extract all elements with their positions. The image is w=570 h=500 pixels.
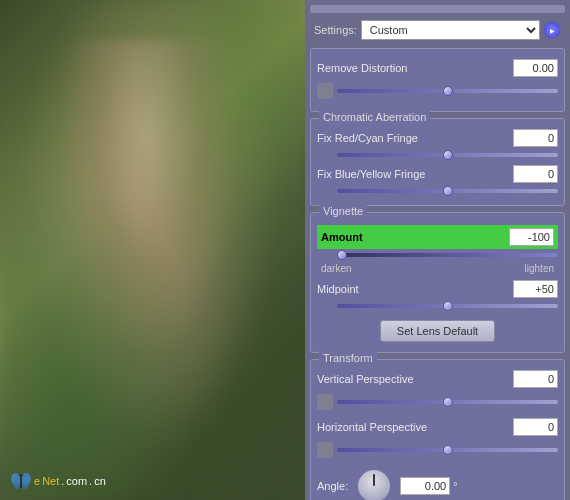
vignette-amount-track[interactable] <box>337 253 558 257</box>
angle-input[interactable] <box>400 477 450 495</box>
angle-row: Angle: ° <box>317 462 558 500</box>
fix-blue-yellow-value: 0 <box>513 165 558 183</box>
vignette-amount-thumb[interactable] <box>337 250 347 260</box>
angle-dial[interactable] <box>356 468 392 500</box>
degree-symbol: ° <box>453 480 457 492</box>
svg-point-3 <box>22 481 28 489</box>
watermark-cn: cn <box>94 475 106 487</box>
remove-distortion-row: Remove Distortion 0.00 <box>317 55 558 77</box>
remove-distortion-slider-row <box>317 81 558 103</box>
angle-dial-needle <box>373 474 375 486</box>
settings-panel: Settings: Custom Default Preset 1 Preset… <box>305 0 570 500</box>
vertical-perspective-slider-row <box>317 392 558 414</box>
settings-label: Settings: <box>314 24 357 36</box>
vignette-midpoint-track[interactable] <box>337 304 558 308</box>
lighten-label: lighten <box>525 263 554 274</box>
photo-panel: e Net . com . cn <box>0 0 305 500</box>
fix-red-cyan-thumb[interactable] <box>443 150 453 160</box>
fix-red-cyan-label: Fix Red/Cyan Fringe <box>317 132 513 144</box>
watermark-dot2: . <box>89 475 92 487</box>
horizontal-perspective-track[interactable] <box>337 448 558 452</box>
fix-red-cyan-track[interactable] <box>337 153 558 157</box>
top-bar <box>310 5 565 13</box>
vertical-perspective-value: 0 <box>513 370 558 388</box>
vignette-section: Vignette Amount -100 darken lighten Midp… <box>310 212 565 353</box>
remove-distortion-track[interactable] <box>337 89 558 93</box>
horizontal-perspective-thumb[interactable] <box>443 445 453 455</box>
chromatic-aberration-section: Chromatic Aberration Fix Red/Cyan Fringe… <box>310 118 565 206</box>
fix-blue-yellow-thumb[interactable] <box>443 186 453 196</box>
fix-red-cyan-value: 0 <box>513 129 558 147</box>
settings-row: Settings: Custom Default Preset 1 Preset… <box>310 18 565 42</box>
angle-value-box: ° <box>400 477 558 495</box>
remove-distortion-value: 0.00 <box>513 59 558 77</box>
darken-label: darken <box>321 263 352 274</box>
horizontal-perspective-slider-row <box>317 440 558 462</box>
fix-red-cyan-slider-row <box>317 151 558 161</box>
remove-distortion-icon <box>317 83 333 99</box>
photo-overlay <box>0 0 305 500</box>
vignette-midpoint-thumb[interactable] <box>443 301 453 311</box>
horizontal-perspective-value: 0 <box>513 418 558 436</box>
horizontal-perspective-icon <box>317 442 333 458</box>
watermark-e: e <box>34 475 40 487</box>
vignette-midpoint-value: +50 <box>513 280 558 298</box>
vertical-perspective-row: Vertical Perspective 0 <box>317 366 558 388</box>
horizontal-perspective-row: Horizontal Perspective 0 <box>317 414 558 436</box>
svg-point-2 <box>14 481 20 489</box>
remove-distortion-section: Remove Distortion 0.00 <box>310 48 565 112</box>
vignette-midpoint-label: Midpoint <box>317 283 513 295</box>
vertical-perspective-icon <box>317 394 333 410</box>
set-lens-default-button[interactable]: Set Lens Default <box>380 320 495 342</box>
vignette-amount-value: -100 <box>509 228 554 246</box>
vertical-perspective-track[interactable] <box>337 400 558 404</box>
vignette-midpoint-slider-row <box>317 302 558 312</box>
remove-distortion-thumb[interactable] <box>443 86 453 96</box>
transform-section: Transform Vertical Perspective 0 Horizon… <box>310 359 565 500</box>
fix-blue-yellow-label: Fix Blue/Yellow Fringe <box>317 168 513 180</box>
vignette-amount-slider-row <box>317 251 558 261</box>
horizontal-perspective-label: Horizontal Perspective <box>317 421 513 433</box>
settings-go-button[interactable] <box>543 21 561 39</box>
chromatic-aberration-title: Chromatic Aberration <box>319 111 430 123</box>
remove-distortion-label: Remove Distortion <box>317 62 513 74</box>
transform-title: Transform <box>319 352 377 364</box>
vignette-midpoint-row: Midpoint +50 <box>317 276 558 298</box>
vertical-perspective-label: Vertical Perspective <box>317 373 513 385</box>
watermark-com: com <box>66 475 87 487</box>
settings-select[interactable]: Custom Default Preset 1 Preset 2 <box>361 20 540 40</box>
watermark: e Net . com . cn <box>10 472 106 490</box>
watermark-net: Net <box>42 475 59 487</box>
vignette-amount-label: Amount <box>321 231 509 243</box>
vignette-amount-row[interactable]: Amount -100 <box>317 225 558 249</box>
darken-lighten-row: darken lighten <box>317 261 558 276</box>
angle-label: Angle: <box>317 480 348 492</box>
fix-blue-yellow-track[interactable] <box>337 189 558 193</box>
watermark-dot1: . <box>61 475 64 487</box>
fix-blue-yellow-row: Fix Blue/Yellow Fringe 0 <box>317 161 558 183</box>
butterfly-icon <box>10 472 32 490</box>
vertical-perspective-thumb[interactable] <box>443 397 453 407</box>
fix-red-cyan-row: Fix Red/Cyan Fringe 0 <box>317 125 558 147</box>
fix-blue-yellow-slider-row <box>317 187 558 197</box>
vignette-title: Vignette <box>319 205 367 217</box>
